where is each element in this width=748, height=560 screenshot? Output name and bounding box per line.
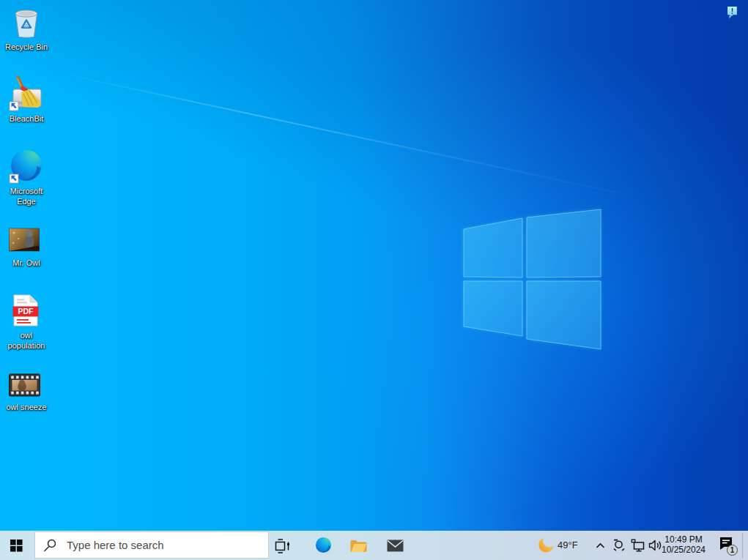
windows-logo [440,190,630,373]
pdf-icon: PDF [0,293,54,328]
desktop-icon-label: Recycle Bin [0,42,54,52]
svg-text:!: ! [731,7,734,15]
desktop-icon-owl-population[interactable]: PDF owl population [0,293,54,351]
desktop-icon-label: owl sneeze [0,402,54,412]
mail-button[interactable] [387,540,404,552]
recycle-bin-icon [0,4,54,40]
desktop-icon-label: Microsoft Edge [0,186,54,206]
network-icon[interactable] [631,539,645,552]
task-view-button[interactable] [273,537,291,555]
file-explorer-button[interactable] [349,538,367,553]
desktop-wallpaper: ! Recycle Bin [0,0,748,531]
edge-icon [0,149,54,184]
desktop-icon-label: BleachBit [0,113,54,124]
start-button[interactable] [10,540,23,552]
wallpaper-logo-glow [0,0,748,531]
weather-icon[interactable] [538,537,555,553]
taskbar: Type here to search 49°F [0,531,748,560]
clock-date: 10/25/2024 [659,545,708,556]
desktop-icon-microsoft-edge[interactable]: Microsoft Edge [0,149,54,206]
svg-text:PDF: PDF [18,307,34,316]
show-desktop-button[interactable] [743,531,748,560]
notification-badge: 1 [727,545,738,556]
desktop-icon-mr-owl[interactable]: Mr. Owl [0,220,54,268]
search-icon [43,539,57,553]
meet-now-icon[interactable] [612,538,626,553]
search-placeholder: Type here to search [67,532,164,558]
shortcut-arrow-badge [10,102,18,111]
desktop-icon-label: owl population [0,330,54,351]
taskbar-edge-button[interactable] [315,537,332,553]
desktop-icon-label: Mr. Owl [0,258,54,268]
search-box[interactable]: Type here to search [34,531,269,559]
tray-chevron-icon[interactable] [595,542,606,550]
clock-time: 10:49 PM [659,535,708,545]
alert-bubble-icon[interactable]: ! [726,5,739,20]
mr-owl-thumbnail [0,220,54,255]
bleachbit-icon [0,76,54,111]
video-thumbnail-icon [0,365,54,400]
desktop-icon-bleachbit[interactable]: BleachBit [0,76,54,124]
temperature-label[interactable]: 49°F [558,531,578,560]
desktop-icon-recycle-bin[interactable]: Recycle Bin [0,4,54,52]
taskbar-clock[interactable]: 10:49 PM 10/25/2024 [659,535,708,555]
desktop-icon-owl-sneeze[interactable]: owl sneeze [0,365,54,412]
shortcut-arrow-badge [10,174,18,183]
